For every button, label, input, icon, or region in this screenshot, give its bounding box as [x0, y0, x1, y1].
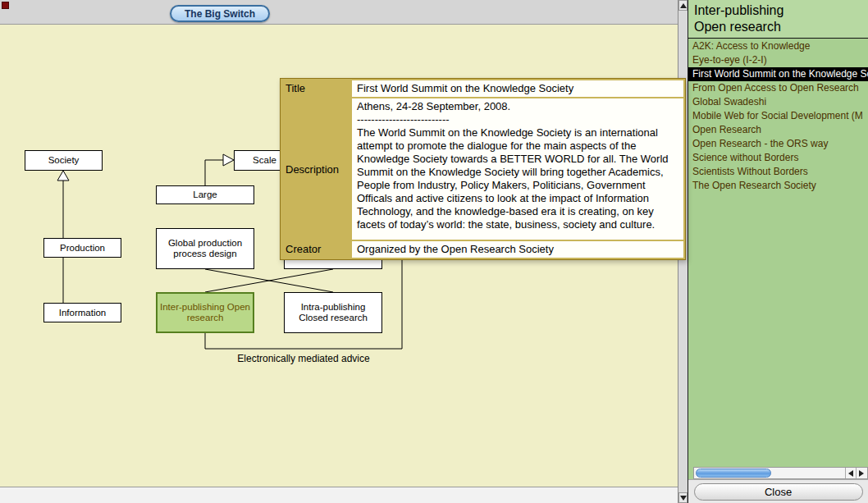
sidebar-list-item[interactable]: Eye-to-eye (I-2-I) — [688, 53, 868, 67]
application-window: The Big Switch Society Scale Large Globa… — [0, 0, 868, 503]
close-button[interactable]: Close — [694, 483, 863, 501]
sidebar-header: Inter-publishing Open research — [688, 0, 868, 39]
node-contents-sidebar: Inter-publishing Open research A2K: Acce… — [688, 0, 868, 503]
sidebar-list-item[interactable]: Science without Borders — [688, 151, 868, 165]
map-tab-the-big-switch[interactable]: The Big Switch — [170, 5, 270, 22]
sidebar-list-item[interactable]: Open Research - the ORS way — [688, 137, 868, 151]
description-divider: -------------------------- — [357, 113, 678, 126]
scroll-down-icon[interactable] — [678, 492, 688, 503]
edge-label-electronically-mediated-advice: Electronically mediated advice — [222, 353, 386, 364]
node-inter-publishing-open-research[interactable]: Inter-publishing Open research — [156, 292, 254, 333]
popup-creator-value: Organized by the Open Research Society — [352, 241, 683, 258]
popup-description-value: Athens, 24-28 September, 2008. ---------… — [352, 98, 683, 240]
scroll-up-icon[interactable] — [678, 0, 688, 11]
canvas-toolbar: The Big Switch — [0, 0, 678, 25]
node-large[interactable]: Large — [156, 185, 254, 204]
sidebar-list-item[interactable]: A2K: Access to Knowledge — [688, 39, 868, 53]
red-square-icon — [2, 2, 9, 9]
sidebar-list: A2K: Access to KnowledgeEye-to-eye (I-2-… — [688, 39, 868, 467]
popup-description-label: Description — [282, 98, 350, 240]
sidebar-list-item[interactable]: The Open Research Society — [688, 179, 868, 193]
popup-title-label: Title — [282, 80, 350, 97]
popup-title-row: Title First World Summit on the Knowledg… — [282, 80, 683, 97]
popup-title-value: First World Summit on the Knowledge Soci… — [352, 80, 683, 97]
horizontal-scroll-thumb[interactable] — [696, 469, 771, 478]
sidebar-list-item[interactable]: Scientists Without Borders — [688, 165, 868, 179]
canvas-horizontal-scrollbar[interactable] — [0, 487, 678, 503]
sidebar-title-line1: Inter-publishing — [694, 2, 862, 19]
description-location-line: Athens, 24-28 September, 2008. — [357, 100, 678, 113]
scroll-left-icon[interactable] — [845, 468, 856, 478]
node-intra-publishing-closed-research[interactable]: Intra-publishing Closed research — [284, 292, 382, 333]
sidebar-list-item[interactable]: Mobile Web for Social Development (M — [688, 109, 868, 123]
sidebar-list-item[interactable]: Open Research — [688, 123, 868, 137]
sidebar-list-item[interactable]: First World Summit on the Knowledge Soci… — [688, 67, 868, 81]
scroll-right-icon[interactable] — [856, 468, 866, 478]
popup-description-row: Description Athens, 24-28 September, 200… — [282, 98, 683, 240]
popup-creator-label: Creator — [282, 241, 350, 258]
popup-creator-row: Creator Organized by the Open Research S… — [282, 241, 683, 258]
sidebar-list-item[interactable]: Global Swadeshi — [688, 95, 868, 109]
node-detail-popup: Title First World Summit on the Knowledg… — [280, 78, 686, 260]
scroll-arrow-buttons — [845, 468, 866, 478]
node-society[interactable]: Society — [25, 150, 103, 171]
sidebar-title-line2: Open research — [694, 19, 862, 35]
node-production[interactable]: Production — [43, 238, 121, 258]
generalization-arrow-icon — [57, 171, 69, 181]
sidebar-footer: Close — [688, 479, 868, 503]
description-body: The World Summit on the Knowledge Societ… — [357, 126, 678, 231]
node-information[interactable]: Information — [43, 303, 121, 322]
sidebar-list-item[interactable]: From Open Access to Open Research — [688, 81, 868, 95]
node-global-production[interactable]: Global production process design — [156, 228, 254, 269]
sidebar-horizontal-scrollbar[interactable] — [693, 467, 868, 479]
generalization-arrow-icon — [223, 154, 234, 166]
